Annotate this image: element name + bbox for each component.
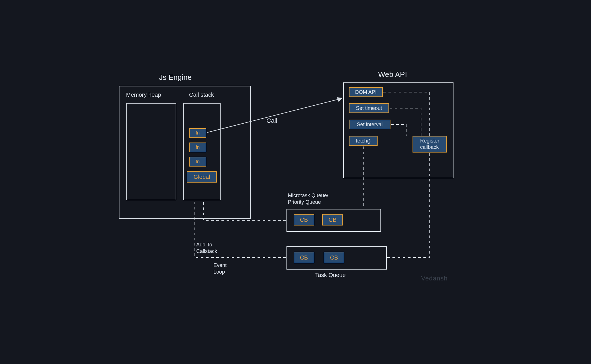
webapi-dom-api: DOM API bbox=[349, 87, 383, 97]
author-watermark: Vedansh bbox=[421, 275, 448, 282]
microtask-queue-label: Microtask Queue/ Priority Queue bbox=[288, 192, 328, 205]
svg-marker-1 bbox=[337, 97, 343, 102]
connectors-overlay bbox=[0, 0, 591, 364]
memory-heap-label: Memory heap bbox=[126, 92, 161, 98]
task-cb-2: CB bbox=[324, 252, 344, 263]
microtask-cb-2: CB bbox=[322, 214, 343, 225]
diagram-canvas: Js Engine Memory heap Call stack fn fn f… bbox=[0, 0, 591, 364]
event-loop-label: Event Loop bbox=[213, 262, 227, 275]
js-engine-title: Js Engine bbox=[159, 73, 192, 82]
web-api-title: Web API bbox=[378, 70, 407, 79]
add-to-callstack-label: Add To Callstack bbox=[196, 242, 217, 254]
stack-frame-fn-top: fn bbox=[189, 128, 206, 138]
webapi-set-interval: Set interval bbox=[349, 120, 390, 129]
stack-frame-fn-bot: fn bbox=[189, 157, 206, 167]
task-cb-1: CB bbox=[294, 252, 314, 263]
webapi-fetch: fetch() bbox=[349, 136, 378, 146]
microtask-cb-1: CB bbox=[294, 214, 314, 225]
call-stack-label: Call stack bbox=[189, 92, 214, 98]
task-queue-label: Task Queue bbox=[315, 272, 346, 278]
memory-heap-box bbox=[126, 103, 176, 200]
call-arrow-label: Call bbox=[266, 117, 277, 125]
webapi-register-callback: Register callback bbox=[413, 136, 447, 153]
webapi-set-timeout: Set timeout bbox=[349, 103, 389, 113]
stack-frame-fn-mid: fn bbox=[189, 143, 206, 152]
stack-frame-global: Global bbox=[187, 171, 217, 183]
